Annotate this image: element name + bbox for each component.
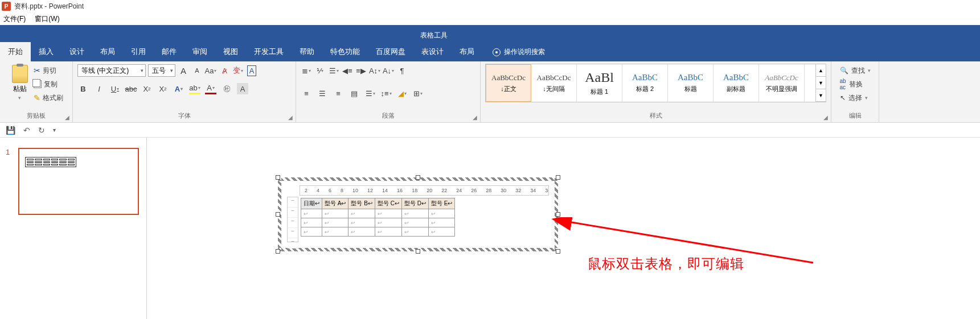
table-row[interactable]: ↩↩↩↩↩↩ (301, 227, 455, 237)
resize-handle[interactable] (276, 249, 280, 254)
dialog-launcher-icon[interactable]: ◢ (822, 113, 830, 121)
dialog-launcher-icon[interactable]: ◢ (471, 113, 479, 121)
tab-home[interactable]: 开始 (0, 42, 31, 61)
resize-handle[interactable] (276, 212, 280, 217)
gallery-up-icon[interactable]: ▲ (816, 64, 826, 77)
font-size-combo[interactable]: 五号 (148, 64, 175, 77)
tab-view[interactable]: 视图 (215, 42, 246, 61)
table-header[interactable]: 型号 A↩ (322, 198, 348, 209)
style-item[interactable]: AaBbCcDc↓正文 (486, 64, 531, 102)
decrease-indent-icon[interactable]: ◀≡ (342, 65, 353, 76)
shrink-font-icon[interactable]: A (191, 65, 203, 76)
embedded-table[interactable]: 日期↩型号 A↩型号 B↩型号 C↩型号 D↩型号 E↩ ↩↩↩↩↩↩ ↩↩↩↩… (301, 198, 455, 237)
tab-layout[interactable]: 布局 (92, 42, 123, 61)
phonetic-guide-icon[interactable]: 变 (232, 65, 244, 76)
borders-icon[interactable]: ⊞ (412, 88, 424, 99)
superscript-icon[interactable]: X2 (157, 83, 169, 94)
underline-icon[interactable]: U (109, 83, 121, 94)
copy-button[interactable]: 复制 (34, 78, 63, 90)
tab-baidu[interactable]: 百度网盘 (368, 42, 413, 61)
change-case-icon[interactable]: Aa (205, 65, 216, 76)
font-color-icon[interactable]: A (205, 83, 216, 94)
style-item[interactable]: AaBbC副标题 (714, 64, 759, 102)
tab-mailings[interactable]: 邮件 (154, 42, 184, 61)
table-header[interactable]: 型号 D↩ (401, 198, 428, 209)
char-border-icon[interactable]: A (246, 65, 257, 76)
dialog-launcher-icon[interactable]: ◢ (63, 113, 71, 121)
tell-me-search[interactable]: 操作说明搜索 (493, 47, 545, 57)
enclosed-char-icon[interactable]: ㊓ (221, 83, 232, 94)
style-item[interactable]: AaBbC标题 (668, 64, 714, 102)
dialog-launcher-icon[interactable]: ◢ (286, 113, 294, 121)
embedded-word-object[interactable]: 246810121416182022242628303234363840 –––… (278, 177, 558, 251)
strike-icon[interactable]: abc (125, 83, 137, 94)
subscript-icon[interactable]: X2 (141, 83, 153, 94)
title-bar: P 资料.pptx - PowerPoint (0, 0, 980, 13)
redo-icon[interactable]: ↻ (38, 126, 45, 135)
slide-thumbnail[interactable] (18, 148, 139, 215)
table-header[interactable]: 型号 B↩ (348, 198, 375, 209)
style-item[interactable]: AaBl标题 1 (577, 64, 622, 102)
highlight-icon[interactable]: ab (189, 83, 200, 94)
justify-icon[interactable]: ▤ (348, 88, 360, 99)
replace-button[interactable]: abac替换 (840, 78, 871, 90)
table-header[interactable]: 型号 E↩ (428, 198, 454, 209)
tab-table-layout[interactable]: 布局 (452, 42, 482, 61)
style-item[interactable]: AaBbCcDc不明显强调 (759, 64, 805, 102)
slide-canvas[interactable]: 246810121416182022242628303234363840 –––… (147, 138, 980, 319)
tab-special[interactable]: 特色功能 (322, 42, 368, 61)
tab-help[interactable]: 帮助 (292, 42, 322, 61)
table-header[interactable]: 型号 C↩ (375, 198, 401, 209)
multilevel-icon[interactable]: ☰ (328, 65, 339, 76)
text-direction-icon[interactable]: A↕ (369, 65, 380, 76)
char-shading-icon[interactable]: A (237, 83, 248, 94)
gallery-more-icon[interactable]: ▼ (816, 89, 826, 102)
table-row[interactable]: ↩↩↩↩↩↩ (301, 209, 455, 218)
cut-button[interactable]: ✂剪切 (34, 65, 63, 76)
qat-more-icon[interactable]: ▾ (53, 127, 56, 133)
resize-handle[interactable] (556, 175, 560, 180)
find-button[interactable]: 🔍查找▾ (840, 65, 871, 76)
grow-font-icon[interactable]: A (178, 65, 189, 76)
tab-table-design[interactable]: 表设计 (413, 42, 452, 61)
resize-handle[interactable] (556, 212, 560, 217)
show-marks-icon[interactable]: ¶ (396, 65, 408, 76)
clear-format-icon[interactable]: A̷ (219, 65, 230, 76)
resize-handle[interactable] (416, 249, 420, 254)
distributed-icon[interactable]: ☰ (364, 88, 376, 99)
resize-handle[interactable] (556, 249, 560, 254)
align-right-icon[interactable]: ≡ (333, 88, 344, 99)
style-item[interactable]: AaBbCcDc↓无间隔 (531, 64, 577, 102)
table-header[interactable]: 日期↩ (301, 198, 322, 209)
italic-icon[interactable]: I (93, 83, 105, 94)
format-painter-button[interactable]: ✎格式刷 (34, 92, 63, 103)
gallery-down-icon[interactable]: ▼ (816, 77, 826, 89)
menu-file[interactable]: 文件(F) (3, 14, 26, 24)
table-row[interactable]: ↩↩↩↩↩↩ (301, 218, 455, 227)
resize-handle[interactable] (276, 175, 280, 180)
tab-insert[interactable]: 插入 (31, 42, 61, 61)
line-spacing-icon[interactable]: ↕≡ (380, 88, 392, 99)
style-item[interactable]: AaBbC标题 2 (622, 64, 668, 102)
numbering-icon[interactable]: ⅟ (314, 65, 326, 76)
paste-button[interactable]: 粘贴 ▾ (10, 64, 30, 102)
tab-design[interactable]: 设计 (61, 42, 92, 61)
group-clipboard: 粘贴 ▾ ✂剪切 复制 ✎格式刷 剪贴板 ◢ (0, 61, 73, 122)
tab-references[interactable]: 引用 (123, 42, 154, 61)
save-icon[interactable]: 💾 (6, 126, 15, 135)
bullets-icon[interactable]: ≣ (301, 65, 312, 76)
tab-review[interactable]: 审阅 (184, 42, 215, 61)
align-center-icon[interactable]: ☰ (317, 88, 328, 99)
align-left-icon[interactable]: ≡ (301, 88, 312, 99)
sort-icon[interactable]: A↓ (383, 65, 394, 76)
tab-developer[interactable]: 开发工具 (246, 42, 292, 61)
menu-window[interactable]: 窗口(W) (35, 14, 59, 24)
increase-indent-icon[interactable]: ≡▶ (355, 65, 367, 76)
shading-icon[interactable]: ◢ (396, 88, 408, 99)
text-effects-icon[interactable]: A (173, 83, 184, 94)
undo-icon[interactable]: ↶ (23, 126, 30, 135)
resize-handle[interactable] (416, 175, 420, 180)
select-button[interactable]: ↖选择▾ (840, 92, 871, 103)
bold-icon[interactable]: B (77, 83, 89, 94)
font-family-combo[interactable]: 等线 (中文正文) (77, 64, 146, 77)
